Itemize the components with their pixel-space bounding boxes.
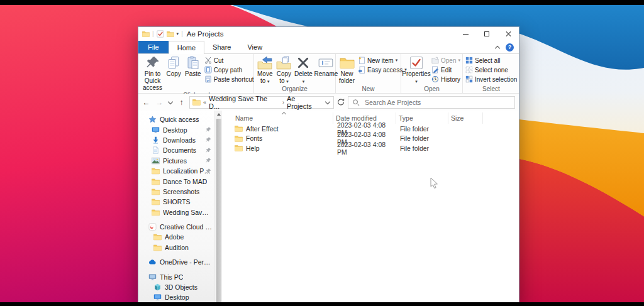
- sidebar-item-downloads[interactable]: Downloads: [138, 135, 214, 145]
- sidebar-item-shorts[interactable]: SHORTS: [138, 197, 214, 207]
- sidebar-item-screenshots[interactable]: Screenshots: [138, 187, 214, 197]
- new-folder-icon[interactable]: [167, 30, 174, 38]
- paste-shortcut-button[interactable]: Paste shortcut: [204, 75, 254, 84]
- sidebar-item-this-pc[interactable]: This PC: [138, 271, 214, 281]
- scrollbar-thumb[interactable]: [216, 119, 221, 303]
- select-none-icon: [465, 66, 473, 74]
- folder-icon: [153, 244, 162, 251]
- pin-icon: [206, 158, 211, 163]
- tab-home[interactable]: Home: [169, 41, 204, 54]
- new-item-button[interactable]: New item ▾: [358, 56, 407, 65]
- sidebar-item-audition[interactable]: Audition: [138, 243, 214, 253]
- pin-icon: [206, 148, 211, 153]
- move-to-button[interactable]: Move to ▾: [255, 55, 274, 85]
- properties-icon[interactable]: [157, 30, 164, 38]
- search-icon: [352, 99, 360, 106]
- paste-button[interactable]: Paste: [183, 55, 203, 92]
- refresh-icon[interactable]: [336, 98, 345, 106]
- breadcrumb-parent[interactable]: Wedding Save The D...: [209, 95, 280, 110]
- folder-icon: [142, 30, 150, 38]
- delete-button[interactable]: Delete ▾: [293, 55, 313, 85]
- divider: |: [181, 31, 183, 37]
- sidebar-item-quick-access[interactable]: Quick access: [138, 114, 214, 124]
- window-title: Ae Projects: [187, 30, 224, 38]
- copy-button[interactable]: Copy: [164, 55, 183, 92]
- new-folder-button[interactable]: New folder: [337, 55, 357, 85]
- sidebar-item-localization-projects[interactable]: Localization Projects: [138, 166, 214, 176]
- breadcrumb-overflow[interactable]: «: [203, 99, 206, 106]
- file-row-help[interactable]: Help 2023-02-03 4:08 PM File folder: [222, 143, 519, 153]
- sidebar-item-desktop-thispc[interactable]: Desktop: [138, 292, 214, 302]
- properties-icon: [409, 56, 424, 70]
- open-icon: [431, 57, 439, 64]
- sort-ascending-icon: [282, 112, 286, 116]
- pin-to-quick-access-button[interactable]: Pin to Quick access: [141, 55, 164, 92]
- sidebar-item-documents[interactable]: Documents: [138, 145, 214, 155]
- move-to-icon: [257, 56, 272, 70]
- column-header-type[interactable]: Type: [396, 112, 448, 124]
- close-button[interactable]: [497, 27, 519, 41]
- tab-file[interactable]: File: [138, 41, 169, 53]
- group-label-open: Open: [402, 85, 461, 93]
- rename-button[interactable]: Rename: [313, 55, 338, 85]
- address-dropdown-chevron-icon[interactable]: [325, 99, 331, 106]
- easy-access-icon: [358, 66, 365, 74]
- tab-share[interactable]: Share: [204, 41, 239, 53]
- select-none-button[interactable]: Select none: [465, 65, 517, 74]
- recent-locations-chevron-icon[interactable]: [167, 99, 174, 106]
- up-button[interactable]: ↑: [176, 98, 187, 107]
- help-icon[interactable]: ?: [506, 43, 514, 52]
- cut-icon: [204, 57, 212, 64]
- navigation-pane: Quick access Desktop Downloads Documents: [138, 111, 214, 305]
- collapse-ribbon-icon[interactable]: [495, 45, 501, 50]
- copy-to-icon: [276, 56, 291, 70]
- copy-to-button[interactable]: Copy to ▾: [274, 55, 293, 85]
- minimize-button[interactable]: [455, 27, 476, 41]
- column-header-name[interactable]: Name: [222, 112, 333, 124]
- search-box[interactable]: [348, 96, 515, 109]
- quick-access-toolbar: | ▾ |: [142, 30, 183, 38]
- sidebar-item-desktop[interactable]: Desktop: [138, 124, 214, 134]
- sidebar-item-adobe[interactable]: Adobe: [138, 232, 214, 242]
- open-button[interactable]: Open ▾: [431, 56, 460, 65]
- history-button[interactable]: History: [431, 75, 460, 84]
- tab-view[interactable]: View: [239, 41, 270, 53]
- properties-button[interactable]: Properties ▾: [402, 55, 430, 85]
- invert-selection-button[interactable]: Invert selection: [465, 75, 517, 84]
- ribbon-group-clipboard: Pin to Quick access Copy Paste Cut: [140, 54, 254, 93]
- copy-path-button[interactable]: Copy path: [204, 65, 254, 74]
- ribbon-group-new: New folder New item ▾ Easy access ▾ New: [336, 54, 401, 93]
- new-folder-icon: [340, 56, 355, 70]
- title-bar: | ▾ | Ae Projects: [138, 27, 519, 41]
- this-pc-icon: [148, 273, 157, 281]
- rename-icon: [318, 56, 333, 70]
- select-all-button[interactable]: Select all: [465, 56, 517, 65]
- sidebar-item-onedrive-personal[interactable]: OneDrive - Personal: [138, 257, 214, 267]
- pictures-icon: [152, 157, 160, 165]
- sidebar-item-creative-cloud-files[interactable]: Creative Cloud Files: [138, 222, 214, 232]
- sidebar-item-pictures[interactable]: Pictures: [138, 156, 214, 166]
- sidebar-item-3d-objects[interactable]: 3D Objects: [138, 282, 214, 292]
- letterbox-bar-bottom: [0, 302, 644, 306]
- sidebar-item-dance-to-mad[interactable]: Dance To MAD: [138, 176, 214, 186]
- chevron-down-icon[interactable]: ▾: [177, 31, 179, 36]
- edit-button[interactable]: Edit: [431, 65, 460, 74]
- search-input[interactable]: [364, 98, 511, 107]
- back-button[interactable]: ←: [141, 98, 152, 107]
- folder-icon: [152, 188, 160, 195]
- breadcrumb-current[interactable]: Ae Projects: [287, 95, 322, 110]
- file-list-pane: Name Date modified Type Size: [222, 111, 519, 305]
- easy-access-button[interactable]: Easy access ▾: [358, 65, 407, 74]
- cut-button[interactable]: Cut: [204, 56, 254, 65]
- forward-button[interactable]: →: [154, 98, 165, 107]
- breadcrumb[interactable]: « Wedding Save The D... › Ae Projects: [189, 96, 334, 109]
- folder-icon: [152, 198, 160, 205]
- pin-icon: [206, 137, 211, 143]
- column-header-date-modified[interactable]: Date modified: [333, 112, 396, 124]
- maximize-button[interactable]: [476, 27, 497, 41]
- sidebar-scrollbar[interactable]: [214, 111, 222, 305]
- scroll-up-icon[interactable]: [217, 113, 221, 116]
- address-bar: ← → ↑ « Wedding Save The D... › Ae Proje…: [138, 94, 519, 111]
- sidebar-item-wedding-save-the-date[interactable]: Wedding Save The Date: [138, 207, 214, 217]
- column-header-size[interactable]: Size: [448, 112, 483, 124]
